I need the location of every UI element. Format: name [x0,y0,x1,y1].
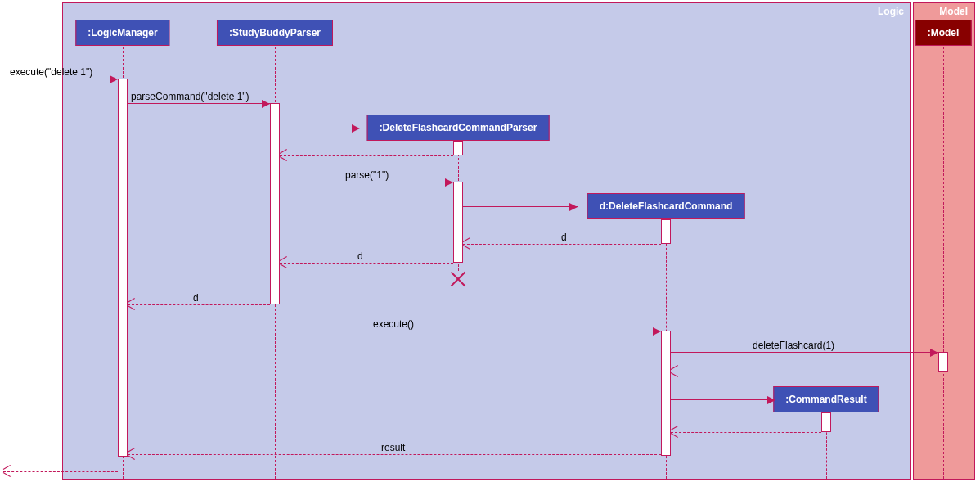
activation-deletecmd-1 [661,219,671,244]
activation-logicmanager [118,79,128,457]
head-logicmanager: :LogicManager [75,20,169,46]
msg-parsecommand: parseCommand("delete 1") [128,103,270,104]
msg-return-d-2: d [280,263,453,264]
activation-deleteparser-1 [453,141,463,155]
msg-deleteflashcard-return [671,372,938,372]
msg-return-d-1: d [463,244,661,245]
msg-create-deleteparser [280,128,360,128]
msg-result-label: result [381,442,405,453]
activation-commandresult [821,412,831,432]
package-model-label: Model [939,6,968,17]
msg-external-return [3,471,118,472]
package-model: Model [913,2,975,480]
head-deleteflashcardcommandparser: :DeleteFlashcardCommandParser [367,115,550,141]
msg-parsecommand-label: parseCommand("delete 1") [131,91,249,102]
activation-deletecmd-2 [661,331,671,456]
lifeline-model [943,47,944,479]
sequence-diagram: Logic Model :LogicManager :StudyBuddyPar… [0,0,980,482]
msg-create-commandresult [671,399,775,400]
msg-return-d-2-label: d [357,250,363,262]
head-model: :Model [915,20,972,46]
activation-model [938,352,948,372]
msg-create-deleteparser-return [280,155,453,156]
msg-deleteflashcard: deleteFlashcard(1) [671,352,938,353]
msg-execute-delete1-label: execute("delete 1") [10,66,92,78]
package-logic-label: Logic [878,6,904,17]
msg-return-d-3-label: d [193,292,199,304]
head-commandresult: :CommandResult [773,386,879,412]
msg-parse-1: parse("1") [280,182,453,182]
msg-create-deletecmd [463,206,578,207]
msg-return-d-3: d [128,304,270,305]
msg-return-d-1-label: d [561,232,567,243]
activation-deleteparser-2 [453,182,463,263]
msg-execute-delete1: execute("delete 1") [3,79,118,79]
msg-execute-label: execute() [373,318,414,330]
msg-result: result [128,454,661,455]
activation-studybuddyparser [270,103,280,304]
msg-parse-1-label: parse("1") [345,169,389,181]
msg-execute: execute() [128,331,661,331]
msg-deleteflashcard-label: deleteFlashcard(1) [753,340,834,351]
head-studybuddyparser: :StudyBuddyParser [217,20,333,46]
head-deleteflashcardcommand: d:DeleteFlashcardCommand [587,193,745,219]
destroy-deleteparser [450,271,466,287]
msg-commandresult-return [671,432,821,433]
